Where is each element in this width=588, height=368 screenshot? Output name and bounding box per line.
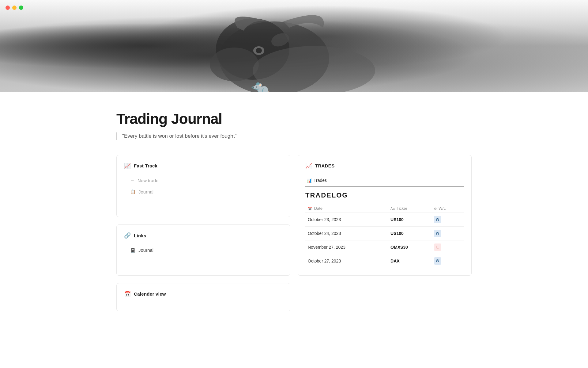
- wl-badge: W: [434, 257, 441, 265]
- ticker-value: OMXS30: [390, 245, 408, 250]
- date-icon: 📅: [308, 207, 312, 210]
- wl-badge: L: [434, 243, 441, 251]
- tradelog-title: TRADELOG: [305, 191, 464, 199]
- quote-block: "Every battle is won or lost before it's…: [116, 132, 472, 140]
- bull-svg: [176, 3, 390, 92]
- link-icon: 🔗: [124, 232, 131, 239]
- table-row: October 24, 2023US100W: [305, 226, 464, 240]
- calender-header: 📅 Calender view: [124, 291, 283, 297]
- minimize-button[interactable]: [12, 6, 17, 10]
- ticker-value: US100: [390, 217, 404, 222]
- trades-header: 📈 TRADES: [305, 163, 464, 169]
- new-trade-item[interactable]: → New trade: [126, 175, 283, 186]
- notebook-icon: 📓: [130, 248, 135, 253]
- traffic-lights: [6, 6, 23, 10]
- trade-ticker: US100: [388, 226, 432, 240]
- trade-wl: L: [432, 240, 464, 254]
- journal-link-label: Journal: [138, 247, 153, 253]
- trade-wl: W: [432, 213, 464, 226]
- table-row: November 27, 2023OMXS30L: [305, 240, 464, 254]
- trade-ticker: DAX: [388, 254, 432, 268]
- quote-bar: [116, 132, 117, 140]
- ticker-value: DAX: [390, 259, 400, 263]
- calendar-icon: 📅: [124, 291, 131, 297]
- trade-ticker: OMXS30: [388, 240, 432, 254]
- trade-date: October 23, 2023: [305, 213, 388, 226]
- trade-date: October 24, 2023: [305, 226, 388, 240]
- trade-wl: W: [432, 254, 464, 268]
- fast-track-items: → New trade 📋 Journal: [124, 175, 283, 197]
- quote-text: "Every battle is won or lost before it's…: [122, 132, 236, 140]
- journal-item-fasttrack[interactable]: 📋 Journal: [126, 187, 283, 197]
- calender-card: 📅 Calender view: [116, 283, 290, 311]
- tab-label: Trades: [314, 178, 327, 183]
- trade-date: November 27, 2023: [305, 240, 388, 254]
- wl-label: W/L: [439, 206, 446, 211]
- trade-table: 📅 Date Aa Ticker ⊙ W/L Octo: [305, 204, 464, 268]
- page-icon: 🐀: [251, 79, 271, 92]
- date-label: Date: [314, 206, 322, 211]
- fast-track-icon: 📈: [124, 163, 131, 169]
- trades-icon: 📈: [305, 163, 312, 169]
- close-button[interactable]: [6, 6, 10, 10]
- ticker-column-header: Aa Ticker: [388, 204, 432, 213]
- main-content: Trading Journal "Every battle is won or …: [80, 92, 508, 324]
- links-header: 🔗 Links: [124, 232, 283, 239]
- wl-badge: W: [434, 230, 441, 237]
- wl-badge: W: [434, 216, 441, 223]
- fast-track-card: 📈 Fast Track → New trade 📋 Journal: [116, 155, 290, 217]
- links-items: 📓 Journal: [124, 245, 283, 255]
- table-row: October 27, 2023DAXW: [305, 254, 464, 268]
- trade-date: October 27, 2023: [305, 254, 388, 268]
- cards-grid: 📈 Fast Track → New trade 📋 Journal 📈 TRA…: [116, 155, 472, 311]
- ticker-label: Ticker: [397, 206, 407, 211]
- links-card: 🔗 Links 📓 Journal: [116, 224, 290, 276]
- aa-icon: Aa: [390, 207, 394, 210]
- table-row: October 23, 2023US100W: [305, 213, 464, 226]
- ticker-value: US100: [390, 231, 404, 236]
- calender-title: Calender view: [134, 291, 166, 297]
- svg-point-3: [256, 48, 262, 53]
- date-column-header: 📅 Date: [305, 204, 388, 213]
- clipboard-icon: 📋: [130, 189, 135, 194]
- journal-label-fasttrack: Journal: [138, 189, 153, 194]
- circle-icon: ⊙: [434, 207, 437, 210]
- wl-column-header: ⊙ W/L: [432, 204, 464, 213]
- trade-ticker: US100: [388, 213, 432, 226]
- hero-image: 🐀: [0, 0, 588, 92]
- trade-wl: W: [432, 226, 464, 240]
- arrow-icon: →: [130, 178, 134, 183]
- svg-point-4: [210, 48, 259, 81]
- fast-track-title: Fast Track: [134, 163, 157, 168]
- maximize-button[interactable]: [19, 6, 23, 10]
- links-title: Links: [134, 233, 146, 238]
- journal-link-item[interactable]: 📓 Journal: [126, 245, 283, 255]
- new-trade-label: New trade: [138, 178, 158, 183]
- page-title: Trading Journal: [116, 110, 472, 127]
- trades-card: 📈 TRADES 📊 Trades TRADELOG 📅 Date: [298, 155, 472, 276]
- trades-tab[interactable]: 📊 Trades: [305, 175, 328, 186]
- tab-bar: 📊 Trades: [305, 175, 464, 186]
- tab-icon: 📊: [307, 178, 312, 183]
- fast-track-header: 📈 Fast Track: [124, 163, 283, 169]
- trades-title: TRADES: [315, 163, 334, 168]
